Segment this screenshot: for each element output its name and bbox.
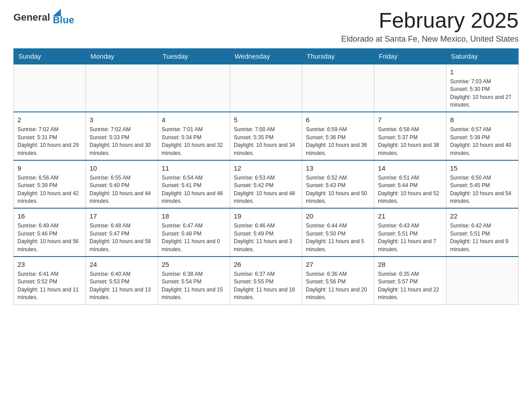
day-info: Sunrise: 6:49 AMSunset: 5:46 PMDaylight:… bbox=[17, 222, 82, 253]
day-info: Sunrise: 6:40 AMSunset: 5:53 PMDaylight:… bbox=[90, 270, 154, 302]
day-info: Sunrise: 6:36 AMSunset: 5:56 PMDaylight:… bbox=[306, 270, 370, 302]
calendar-cell-w1-d5 bbox=[302, 64, 374, 112]
col-sunday: Sunday bbox=[14, 48, 86, 64]
day-number: 25 bbox=[162, 260, 226, 269]
day-number: 18 bbox=[162, 211, 226, 221]
day-number: 27 bbox=[306, 260, 370, 269]
day-number: 20 bbox=[306, 211, 370, 221]
day-info: Sunrise: 6:41 AMSunset: 5:52 PMDaylight:… bbox=[17, 270, 82, 302]
day-number: 9 bbox=[17, 163, 82, 173]
day-info: Sunrise: 6:37 AMSunset: 5:55 PMDaylight:… bbox=[234, 270, 298, 302]
day-number: 22 bbox=[450, 211, 515, 221]
page-header: General Blue February 2025 Eldorado at S… bbox=[13, 9, 519, 44]
logo-text-general: General bbox=[13, 12, 50, 23]
col-thursday: Thursday bbox=[302, 48, 374, 64]
day-number: 17 bbox=[90, 211, 154, 221]
day-info: Sunrise: 6:51 AMSunset: 5:44 PMDaylight:… bbox=[378, 174, 442, 206]
day-number: 19 bbox=[234, 211, 298, 221]
day-number: 16 bbox=[17, 211, 82, 221]
calendar-cell-w3-d4: 12Sunrise: 6:53 AMSunset: 5:42 PMDayligh… bbox=[230, 160, 302, 209]
day-number: 15 bbox=[450, 163, 515, 173]
calendar-cell-w3-d6: 14Sunrise: 6:51 AMSunset: 5:44 PMDayligh… bbox=[374, 160, 446, 209]
day-info: Sunrise: 6:53 AMSunset: 5:42 PMDaylight:… bbox=[234, 174, 298, 206]
day-number: 26 bbox=[234, 260, 298, 269]
day-info: Sunrise: 6:43 AMSunset: 5:51 PMDaylight:… bbox=[378, 222, 442, 253]
week-row-1: 1Sunrise: 7:03 AMSunset: 5:30 PMDaylight… bbox=[14, 64, 519, 112]
week-row-2: 2Sunrise: 7:02 AMSunset: 5:31 PMDaylight… bbox=[14, 112, 519, 160]
calendar-cell-w4-d6: 21Sunrise: 6:43 AMSunset: 5:51 PMDayligh… bbox=[374, 208, 446, 257]
day-number: 11 bbox=[162, 163, 226, 173]
col-monday: Monday bbox=[86, 48, 158, 64]
day-info: Sunrise: 6:50 AMSunset: 5:45 PMDaylight:… bbox=[450, 174, 515, 206]
calendar-cell-w5-d4: 26Sunrise: 6:37 AMSunset: 5:55 PMDayligh… bbox=[230, 257, 302, 304]
day-number: 10 bbox=[90, 163, 154, 173]
day-info: Sunrise: 6:56 AMSunset: 5:39 PMDaylight:… bbox=[17, 174, 82, 206]
calendar-cell-w4-d5: 20Sunrise: 6:44 AMSunset: 5:50 PMDayligh… bbox=[302, 208, 374, 257]
calendar-cell-w3-d1: 9Sunrise: 6:56 AMSunset: 5:39 PMDaylight… bbox=[14, 160, 86, 209]
calendar-cell-w4-d3: 18Sunrise: 6:47 AMSunset: 5:48 PMDayligh… bbox=[158, 208, 230, 257]
calendar-cell-w5-d1: 23Sunrise: 6:41 AMSunset: 5:52 PMDayligh… bbox=[14, 257, 86, 304]
day-number: 3 bbox=[90, 115, 154, 124]
day-number: 14 bbox=[378, 163, 442, 173]
calendar-cell-w3-d7: 15Sunrise: 6:50 AMSunset: 5:45 PMDayligh… bbox=[446, 160, 519, 209]
calendar-cell-w3-d2: 10Sunrise: 6:55 AMSunset: 5:40 PMDayligh… bbox=[86, 160, 158, 209]
calendar-cell-w2-d2: 3Sunrise: 7:02 AMSunset: 5:33 PMDaylight… bbox=[86, 112, 158, 160]
calendar-cell-w2-d4: 5Sunrise: 7:00 AMSunset: 5:35 PMDaylight… bbox=[230, 112, 302, 160]
calendar-cell-w1-d1 bbox=[14, 64, 86, 112]
day-info: Sunrise: 7:00 AMSunset: 5:35 PMDaylight:… bbox=[234, 126, 298, 157]
col-friday: Friday bbox=[374, 48, 446, 64]
calendar-cell-w4-d4: 19Sunrise: 6:46 AMSunset: 5:49 PMDayligh… bbox=[230, 208, 302, 257]
calendar-cell-w2-d6: 7Sunrise: 6:58 AMSunset: 5:37 PMDaylight… bbox=[374, 112, 446, 160]
day-info: Sunrise: 6:47 AMSunset: 5:48 PMDaylight:… bbox=[162, 222, 226, 253]
calendar-cell-w5-d7 bbox=[446, 257, 519, 304]
calendar-cell-w2-d1: 2Sunrise: 7:02 AMSunset: 5:31 PMDaylight… bbox=[14, 112, 86, 160]
day-number: 2 bbox=[17, 115, 82, 124]
calendar-cell-w1-d6 bbox=[374, 64, 446, 112]
day-number: 7 bbox=[378, 115, 442, 124]
col-saturday: Saturday bbox=[446, 48, 519, 64]
day-info: Sunrise: 6:48 AMSunset: 5:47 PMDaylight:… bbox=[90, 222, 154, 253]
col-tuesday: Tuesday bbox=[158, 48, 230, 64]
day-info: Sunrise: 6:59 AMSunset: 5:36 PMDaylight:… bbox=[306, 126, 370, 157]
day-number: 1 bbox=[450, 67, 515, 77]
day-number: 8 bbox=[450, 115, 515, 124]
calendar-cell-w2-d7: 8Sunrise: 6:57 AMSunset: 5:38 PMDaylight… bbox=[446, 112, 519, 160]
calendar-cell-w1-d7: 1Sunrise: 7:03 AMSunset: 5:30 PMDaylight… bbox=[446, 64, 519, 112]
day-info: Sunrise: 6:46 AMSunset: 5:49 PMDaylight:… bbox=[234, 222, 298, 253]
location-subtitle: Eldorado at Santa Fe, New Mexico, United… bbox=[341, 34, 519, 44]
month-title: February 2025 bbox=[341, 9, 519, 33]
col-wednesday: Wednesday bbox=[230, 48, 302, 64]
day-number: 5 bbox=[234, 115, 298, 124]
calendar-cell-w3-d3: 11Sunrise: 6:54 AMSunset: 5:41 PMDayligh… bbox=[158, 160, 230, 209]
calendar-cell-w1-d2 bbox=[86, 64, 158, 112]
title-block: February 2025 Eldorado at Santa Fe, New … bbox=[341, 9, 519, 44]
day-number: 6 bbox=[306, 115, 370, 124]
calendar-cell-w4-d7: 22Sunrise: 6:42 AMSunset: 5:51 PMDayligh… bbox=[446, 208, 519, 257]
day-info: Sunrise: 6:57 AMSunset: 5:38 PMDaylight:… bbox=[450, 126, 515, 157]
calendar-cell-w1-d4 bbox=[230, 64, 302, 112]
calendar-cell-w5-d2: 24Sunrise: 6:40 AMSunset: 5:53 PMDayligh… bbox=[86, 257, 158, 304]
day-info: Sunrise: 7:02 AMSunset: 5:31 PMDaylight:… bbox=[17, 126, 82, 157]
day-info: Sunrise: 6:54 AMSunset: 5:41 PMDaylight:… bbox=[162, 174, 226, 206]
day-info: Sunrise: 6:58 AMSunset: 5:37 PMDaylight:… bbox=[378, 126, 442, 157]
day-info: Sunrise: 7:01 AMSunset: 5:34 PMDaylight:… bbox=[162, 126, 226, 157]
day-number: 13 bbox=[306, 163, 370, 173]
calendar-cell-w5-d3: 25Sunrise: 6:38 AMSunset: 5:54 PMDayligh… bbox=[158, 257, 230, 304]
day-info: Sunrise: 6:55 AMSunset: 5:40 PMDaylight:… bbox=[90, 174, 154, 206]
calendar-table: Sunday Monday Tuesday Wednesday Thursday… bbox=[13, 48, 519, 305]
day-number: 28 bbox=[378, 260, 442, 269]
day-info: Sunrise: 6:38 AMSunset: 5:54 PMDaylight:… bbox=[162, 270, 226, 302]
calendar-cell-w4-d1: 16Sunrise: 6:49 AMSunset: 5:46 PMDayligh… bbox=[14, 208, 86, 257]
week-row-3: 9Sunrise: 6:56 AMSunset: 5:39 PMDaylight… bbox=[14, 160, 519, 209]
calendar-cell-w2-d5: 6Sunrise: 6:59 AMSunset: 5:36 PMDaylight… bbox=[302, 112, 374, 160]
calendar-cell-w1-d3 bbox=[158, 64, 230, 112]
day-info: Sunrise: 6:52 AMSunset: 5:43 PMDaylight:… bbox=[306, 174, 370, 206]
logo-text-blue: Blue bbox=[53, 14, 74, 26]
day-info: Sunrise: 6:35 AMSunset: 5:57 PMDaylight:… bbox=[378, 270, 442, 302]
week-row-5: 23Sunrise: 6:41 AMSunset: 5:52 PMDayligh… bbox=[14, 257, 519, 304]
day-info: Sunrise: 6:44 AMSunset: 5:50 PMDaylight:… bbox=[306, 222, 370, 253]
day-info: Sunrise: 6:42 AMSunset: 5:51 PMDaylight:… bbox=[450, 222, 515, 253]
day-number: 4 bbox=[162, 115, 226, 124]
day-info: Sunrise: 7:02 AMSunset: 5:33 PMDaylight:… bbox=[90, 126, 154, 157]
day-info: Sunrise: 7:03 AMSunset: 5:30 PMDaylight:… bbox=[450, 78, 515, 109]
